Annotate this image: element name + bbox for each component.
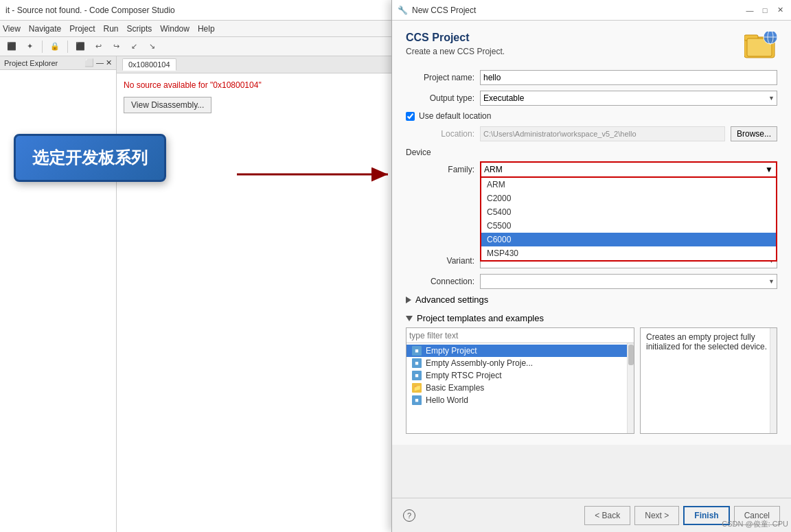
family-dropdown-list: ARM C2000 C5400 C5500 C6000 MSP430 [480, 178, 777, 262]
filter-input[interactable] [406, 328, 634, 343]
template-icon-empty-assembly: ■ [412, 358, 422, 368]
menu-window[interactable]: Window [160, 24, 190, 34]
connection-label: Connection: [406, 277, 474, 286]
panel-right: 0x10800104 No source available for "0x10… [117, 56, 391, 532]
ide-panels: Project Explorer ⬜ — ✕ 0x10800104 No sou… [0, 56, 391, 532]
dialog-header-text: CCS Project Create a new CCS Project. [406, 32, 505, 56]
advanced-expand-icon [406, 297, 411, 303]
editor-content: No source available for "0x10800104" Vie… [117, 73, 391, 120]
toolbar-btn-1[interactable]: ⬛ [4, 39, 19, 54]
template-icon-empty-rtsc: ■ [412, 371, 422, 380]
annotation-text: 选定开发板系列 [32, 148, 148, 167]
watermark: CSDN @俊童: CPU [722, 519, 788, 529]
family-option-c2000[interactable]: C2000 [481, 192, 776, 205]
templates-header[interactable]: Project templates and examples [406, 313, 777, 323]
output-type-label: Output type: [406, 93, 474, 103]
toolbar-btn-5[interactable]: ↩ [91, 39, 106, 54]
templates-desc-scrollbar[interactable] [770, 328, 777, 433]
menu-view[interactable]: View [3, 24, 21, 34]
template-item-empty-project[interactable]: ■ Empty Project [406, 345, 634, 357]
family-option-msp430[interactable]: MSP430 [481, 246, 776, 260]
template-item-basic-examples[interactable]: 📁 Basic Examples [406, 382, 634, 394]
templates-list: ■ Empty Project ■ Empty Assembly-only Pr… [406, 343, 634, 434]
template-label-empty-rtsc: Empty RTSC Project [426, 371, 501, 380]
project-name-row: Project name: [406, 70, 777, 85]
family-select-box[interactable]: ARM ▼ [480, 161, 777, 178]
templates-section: Project templates and examples ■ Empty P… [406, 313, 777, 434]
ide-menubar: View Navigate Project Run Scripts Window… [0, 21, 391, 37]
template-item-empty-assembly[interactable]: ■ Empty Assembly-only Proje... [406, 357, 634, 369]
panel-left: Project Explorer ⬜ — ✕ [0, 56, 117, 532]
family-option-c5400[interactable]: C5400 [481, 205, 776, 219]
family-option-arm[interactable]: ARM [481, 178, 776, 192]
template-icon-hello-world: ■ [412, 395, 422, 405]
family-chevron-icon: ▼ [765, 165, 773, 174]
templates-expand-icon [406, 316, 413, 321]
browse-button[interactable]: Browse... [731, 126, 777, 141]
toolbar-btn-8[interactable]: ↘ [144, 39, 159, 54]
template-item-empty-rtsc[interactable]: ■ Empty RTSC Project [406, 369, 634, 382]
templates-header-label: Project templates and examples [417, 313, 544, 323]
use-default-location-checkbox[interactable] [406, 112, 415, 121]
back-button[interactable]: < Back [584, 506, 630, 525]
next-button[interactable]: Next > [634, 506, 679, 525]
output-type-row: Output type: Executable Static Library ▼ [406, 91, 777, 106]
family-option-c5500[interactable]: C5500 [481, 219, 776, 233]
error-message: No source available for "0x10800104" [124, 80, 385, 90]
help-button[interactable]: ? [403, 509, 415, 522]
toolbar-btn-4[interactable]: ⬛ [73, 39, 88, 54]
explorer-header-icons: ⬜ — ✕ [84, 58, 112, 67]
variant-label: Variant: [406, 256, 474, 266]
project-name-input[interactable] [480, 70, 777, 85]
templates-list-scrollbar[interactable] [627, 343, 634, 433]
advanced-settings-row[interactable]: Advanced settings [406, 294, 777, 305]
minimize-icon[interactable]: — [96, 58, 104, 67]
output-type-select[interactable]: Executable Static Library [480, 91, 777, 106]
menu-run[interactable]: Run [104, 24, 119, 34]
advanced-settings-label: Advanced settings [415, 294, 488, 305]
dialog-titlebar-controls: — □ ✕ [744, 5, 786, 16]
location-input[interactable] [480, 126, 725, 141]
template-icon-empty-project: ■ [412, 346, 422, 356]
connection-select[interactable] [480, 274, 777, 289]
ide-title: it - Source not found. - Code Composer S… [5, 5, 175, 15]
dialog-minimize-btn[interactable]: — [744, 5, 755, 16]
view-disassembly-button[interactable]: View Disassembly... [124, 97, 211, 113]
location-label: Location: [406, 129, 474, 139]
template-item-hello-world[interactable]: ■ Hello World [406, 394, 634, 406]
dialog-section-title: CCS Project [406, 32, 505, 44]
ide-titlebar: it - Source not found. - Code Composer S… [0, 0, 391, 21]
toolbar-btn-3[interactable]: 🔒 [47, 39, 62, 54]
dialog-close-btn[interactable]: ✕ [775, 5, 786, 16]
explorer-tab-label[interactable]: Project Explorer [4, 59, 58, 67]
menu-navigate[interactable]: Navigate [29, 24, 61, 34]
annotation-arrow [237, 154, 395, 197]
menu-scripts[interactable]: Scripts [127, 24, 152, 34]
project-name-label: Project name: [406, 73, 474, 82]
family-select-container: ARM ▼ ARM C2000 C5400 C5500 C6000 MSP430 [480, 161, 777, 178]
template-label-empty-project: Empty Project [426, 346, 477, 356]
template-label-empty-assembly: Empty Assembly-only Proje... [426, 358, 533, 368]
toolbar-sep-2 [67, 41, 68, 53]
family-label: Family: [406, 165, 474, 174]
template-label-hello-world: Hello World [426, 395, 468, 405]
annotation-box: 选定开发板系列 [14, 134, 166, 182]
dialog-maximize-btn[interactable]: □ [759, 5, 770, 16]
dialog-title-left: 🔧 New CCS Project [398, 5, 476, 15]
use-default-location-row: Use default location [406, 111, 777, 121]
close-panel-icon[interactable]: ✕ [106, 58, 112, 67]
menu-help[interactable]: Help [198, 24, 215, 34]
menu-project[interactable]: Project [69, 24, 95, 34]
dialog-title-text: New CCS Project [412, 5, 476, 15]
scrollbar-thumb [628, 345, 634, 365]
family-option-c6000[interactable]: C6000 [481, 233, 776, 246]
collapse-icon[interactable]: ⬜ [84, 58, 94, 67]
toolbar-btn-7[interactable]: ↙ [126, 39, 141, 54]
toolbar-btn-6[interactable]: ↪ [108, 39, 124, 54]
editor-tab[interactable]: 0x10800104 [122, 58, 176, 71]
templates-list-container: ■ Empty Project ■ Empty Assembly-only Pr… [406, 327, 634, 434]
connection-row: Connection: ▼ [406, 274, 777, 289]
family-row: Family: ARM ▼ ARM C2000 C5400 C5500 C600… [406, 161, 777, 178]
toolbar-btn-2[interactable]: ✦ [22, 39, 37, 54]
template-label-basic-examples: Basic Examples [426, 383, 484, 393]
